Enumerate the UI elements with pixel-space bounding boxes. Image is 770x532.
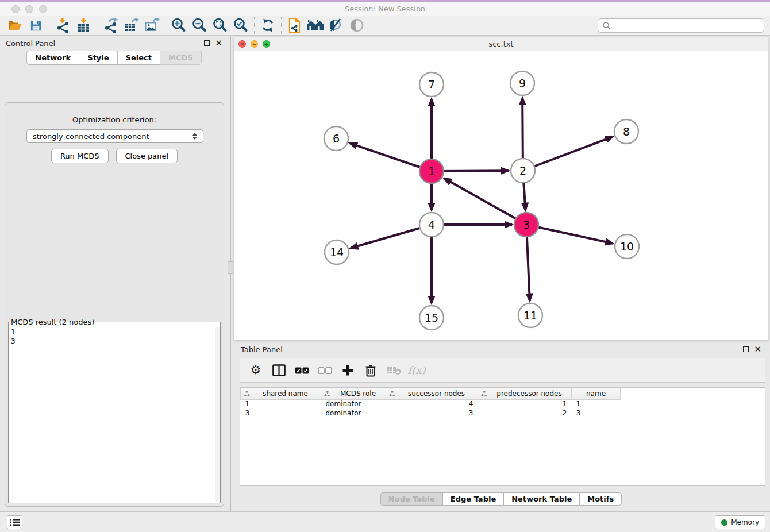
control-panel-title: Control Panel	[6, 39, 55, 48]
zoom-in-icon[interactable]	[168, 16, 189, 34]
select-all-rows-icon[interactable]	[294, 362, 309, 379]
graph-node-label-9: 9	[519, 77, 526, 90]
table-cell[interactable]: 3	[241, 408, 321, 418]
window-title: Session: New Session	[0, 5, 770, 13]
graph-node-label-1: 1	[428, 165, 435, 178]
table-cell[interactable]: dominator	[321, 399, 386, 408]
table-row[interactable]: 1dominator411	[241, 399, 765, 408]
table-panel-tabs: Node Table Edge Table Network Table Moti…	[234, 492, 768, 506]
unselect-all-rows-icon[interactable]	[317, 362, 332, 379]
toggle-bird-view-icon[interactable]	[346, 16, 367, 34]
tab-motifs[interactable]: Motifs	[579, 492, 622, 506]
add-row-icon[interactable]	[340, 362, 355, 379]
splitter-grip[interactable]	[228, 261, 233, 274]
tab-network-table[interactable]: Network Table	[503, 492, 579, 506]
table-cell[interactable]: 3	[386, 408, 478, 418]
column-header-predecessor-nodes[interactable]: predecessor nodes	[478, 388, 572, 399]
delete-table-icon[interactable]	[386, 362, 401, 379]
close-panel-icon[interactable]: ✕	[215, 39, 222, 48]
column-header-mcds-role[interactable]: MCDS role	[321, 388, 386, 399]
graph-node-label-11: 11	[523, 309, 537, 322]
mcds-result-group: MCDS result (2 nodes) 1 3	[8, 318, 221, 503]
tab-mcds[interactable]: MCDS	[160, 51, 202, 65]
zoom-selected-icon[interactable]	[230, 16, 251, 34]
memory-status-icon	[721, 519, 727, 526]
mcds-result-line: 3	[11, 337, 218, 346]
task-history-button[interactable]	[7, 515, 22, 529]
memory-button[interactable]: Memory	[715, 515, 765, 529]
table-toolbar: ⚙ f(x)	[240, 358, 765, 383]
network-canvas[interactable]: 7968124314101511	[234, 51, 768, 340]
import-network-icon[interactable]	[52, 16, 73, 34]
search-input[interactable]	[611, 20, 764, 32]
table-cell[interactable]: 1	[572, 399, 621, 408]
function-builder-icon[interactable]: f(x)	[409, 362, 424, 379]
result-scrollbar[interactable]	[215, 327, 220, 502]
header-filler	[621, 388, 765, 399]
graph-node-label-10: 10	[620, 240, 634, 253]
table-row[interactable]: 3dominator323	[241, 408, 765, 418]
delete-row-icon[interactable]	[363, 362, 378, 379]
graph-node-label-14: 14	[330, 246, 344, 259]
table-options-icon[interactable]: ⚙	[248, 362, 263, 379]
network-window-titlebar[interactable]: × − + scc.txt	[234, 37, 768, 51]
table-cell[interactable]: 2	[478, 408, 572, 418]
search-field[interactable]	[598, 18, 764, 33]
graph-node-label-3: 3	[523, 218, 530, 231]
graph-edge-2-8[interactable]	[523, 137, 613, 171]
optimization-criterion-label: Optimization criterion:	[5, 115, 224, 124]
app-titlebar: Session: New Session	[0, 2, 770, 16]
refresh-layout-icon[interactable]	[257, 16, 278, 34]
graph-node-label-4: 4	[428, 218, 435, 231]
graph-edge-3-1[interactable]	[444, 178, 526, 225]
table-cell[interactable]: 1	[241, 399, 321, 408]
status-bar: Memory	[0, 511, 770, 532]
graph-node-label-6: 6	[333, 132, 340, 145]
close-table-panel-icon[interactable]: ✕	[754, 345, 761, 354]
toolbar-separator	[49, 17, 49, 34]
close-panel-button[interactable]: Close panel	[116, 149, 178, 163]
tab-style[interactable]: Style	[79, 51, 117, 65]
search-icon	[602, 21, 611, 30]
import-table-icon[interactable]	[73, 16, 94, 34]
table-cell[interactable]: 3	[572, 408, 621, 418]
float-panel-icon[interactable]	[204, 40, 210, 46]
table-cell[interactable]: dominator	[321, 408, 386, 418]
save-session-icon[interactable]	[25, 16, 46, 34]
run-mcds-button[interactable]: Run MCDS	[51, 149, 109, 163]
graph-node-label-8: 8	[623, 125, 630, 138]
network-window-title: scc.txt	[234, 40, 768, 48]
toolbar-separator	[165, 17, 165, 34]
column-header-shared-name[interactable]: shared name	[241, 388, 321, 399]
mcds-result-textarea[interactable]: 1 3	[9, 326, 220, 503]
tab-node-table[interactable]: Node Table	[380, 492, 442, 506]
hide-panels-icon[interactable]	[305, 16, 326, 34]
graph-node-label-15: 15	[425, 311, 438, 324]
network-file-icon[interactable]	[284, 16, 305, 34]
network-window: × − + scc.txt 7968124314101511	[234, 37, 768, 340]
toolbar-separator	[97, 17, 97, 34]
criterion-select[interactable]: strongly connected component	[26, 129, 203, 143]
node-table: shared name MCDS role successor nodes pr…	[240, 387, 765, 486]
column-hier-icon	[389, 391, 395, 399]
table-cell[interactable]: 1	[478, 399, 572, 408]
graph-edge-3-10[interactable]	[526, 225, 613, 244]
graph-edge-1-6[interactable]	[350, 143, 432, 171]
show-column-panel-icon[interactable]	[271, 362, 286, 379]
zoom-out-icon[interactable]	[189, 16, 210, 34]
export-table-icon[interactable]	[121, 16, 141, 34]
table-cell[interactable]: 4	[386, 399, 478, 408]
hide-details-icon[interactable]	[326, 16, 346, 34]
column-header-name[interactable]: name	[572, 388, 621, 399]
open-session-icon[interactable]	[5, 16, 25, 34]
tab-network[interactable]: Network	[26, 51, 79, 65]
tab-edge-table[interactable]: Edge Table	[442, 492, 503, 506]
export-image-icon[interactable]	[141, 16, 162, 34]
zoom-fit-icon[interactable]	[210, 16, 230, 34]
export-network-icon[interactable]	[100, 16, 121, 34]
tab-select[interactable]: Select	[117, 51, 160, 65]
toolbar-separator	[254, 17, 255, 34]
table-cell-filler	[621, 399, 765, 408]
column-header-successor-nodes[interactable]: successor nodes	[386, 388, 478, 399]
float-table-panel-icon[interactable]	[743, 346, 749, 352]
